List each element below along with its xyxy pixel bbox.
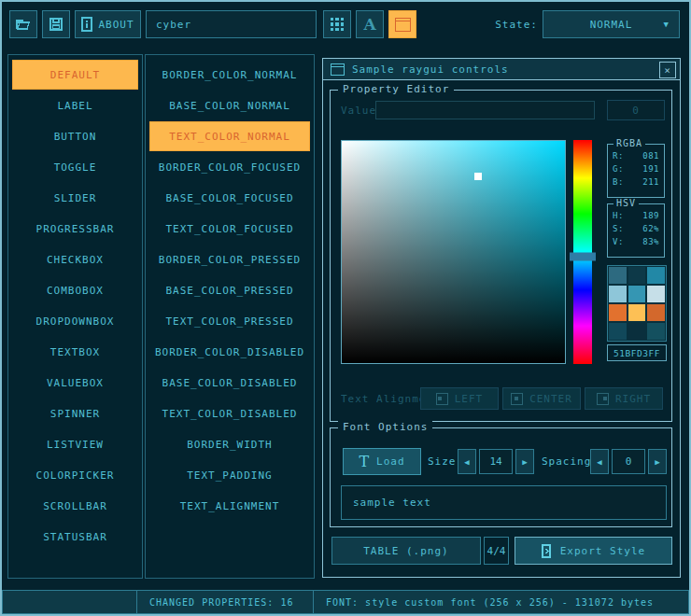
- list-item[interactable]: BORDER_WIDTH: [149, 429, 310, 459]
- color-swatch[interactable]: [647, 323, 665, 340]
- list-item[interactable]: TEXT_COLOR_FOCUSED: [149, 214, 310, 244]
- list-item[interactable]: TEXT_PADDING: [149, 460, 310, 490]
- spacing-value-box[interactable]: 0: [612, 449, 645, 474]
- list-item[interactable]: BORDER_COLOR_DISABLED: [149, 337, 310, 367]
- list-item[interactable]: PROGRESSBAR: [12, 214, 138, 244]
- open-style-button[interactable]: [9, 10, 37, 38]
- rgba-panel: RGBA R:081 G:191 B:211: [607, 144, 665, 198]
- list-item[interactable]: BORDER_COLOR_PRESSED: [149, 245, 310, 274]
- list-item[interactable]: SLIDER: [12, 183, 138, 213]
- list-item[interactable]: BASE_COLOR_PRESSED: [149, 275, 310, 305]
- rgba-label: RGBA: [613, 138, 645, 148]
- align-right-button[interactable]: RIGHT: [585, 387, 663, 410]
- font-load-button[interactable]: T Load: [343, 448, 421, 475]
- red-value: 081: [642, 151, 659, 161]
- list-item[interactable]: TEXT_COLOR_PRESSED: [149, 306, 310, 336]
- list-item[interactable]: BASE_COLOR_FOCUSED: [149, 183, 310, 213]
- sample-text-input[interactable]: sample text: [341, 485, 667, 520]
- statusbar-font-info: FONT: style custom font (256 x 256) - 13…: [313, 590, 689, 614]
- chevron-down-icon: ▼: [664, 20, 670, 29]
- list-item[interactable]: STATUSBAR: [12, 522, 138, 552]
- value-spinner-button[interactable]: 0: [607, 100, 665, 120]
- list-item[interactable]: BORDER_COLOR_FOCUSED: [149, 152, 310, 182]
- list-item[interactable]: COLORPICKER: [12, 460, 138, 490]
- spacing-increase-button[interactable]: ▶: [648, 449, 667, 474]
- size-increase-button[interactable]: ▶: [515, 449, 534, 474]
- list-item[interactable]: VALUEBOX: [12, 368, 138, 398]
- export-file-icon: [542, 544, 554, 558]
- align-right-icon: [597, 393, 609, 405]
- style-table-button[interactable]: [323, 10, 351, 38]
- list-item[interactable]: BASE_COLOR_NORMAL: [149, 91, 310, 120]
- chevron-left-icon: ◀: [464, 457, 469, 467]
- color-swatch[interactable]: [628, 304, 646, 321]
- list-item[interactable]: TEXT_COLOR_NORMAL: [149, 121, 310, 151]
- color-saturation-value-panel[interactable]: [341, 140, 566, 364]
- style-name-input[interactable]: cyber: [146, 10, 317, 38]
- color-swatch[interactable]: [628, 286, 646, 302]
- align-center-button[interactable]: CENTER: [502, 387, 581, 410]
- list-item[interactable]: SPINNER: [12, 399, 138, 428]
- color-swatch[interactable]: [628, 323, 646, 340]
- table-export-format-button[interactable]: TABLE (.png): [331, 537, 481, 565]
- list-item[interactable]: CHECKBOX: [12, 245, 138, 274]
- list-item[interactable]: COMBOBOX: [12, 275, 138, 305]
- font-atlas-button[interactable]: A: [356, 10, 384, 38]
- size-decrease-button[interactable]: ◀: [458, 449, 476, 474]
- list-item[interactable]: LISTVIEW: [12, 429, 138, 459]
- list-item[interactable]: DROPDOWNBOX: [12, 306, 138, 336]
- chevron-right-icon: ▶: [655, 457, 659, 467]
- green-value: 191: [642, 164, 659, 174]
- saturation-value: 62%: [642, 224, 659, 233]
- text-alignment-label: Text Alignmen: [341, 387, 421, 410]
- font-icon: A: [363, 15, 375, 34]
- window-icon: [395, 18, 411, 32]
- color-picker-marker[interactable]: [474, 173, 482, 180]
- text-T-icon: T: [359, 453, 370, 470]
- value-input[interactable]: [375, 101, 595, 119]
- align-center-icon: [511, 393, 523, 405]
- about-button[interactable]: ABOUT: [75, 10, 141, 38]
- hue-bar[interactable]: [573, 140, 592, 364]
- color-swatch[interactable]: [609, 323, 627, 340]
- controls-list: DEFAULTLABELBUTTONTOGGLESLIDERPROGRESSBA…: [7, 54, 143, 579]
- window-title: Sample raygui controls: [352, 63, 509, 76]
- color-swatch[interactable]: [647, 304, 665, 321]
- color-swatch[interactable]: [609, 267, 627, 284]
- font-options-label: Font Options: [338, 421, 432, 433]
- color-swatch[interactable]: [609, 304, 627, 321]
- export-style-button[interactable]: Export Style: [515, 537, 672, 565]
- list-item[interactable]: TEXT_ALIGNMENT: [149, 491, 310, 521]
- color-swatch[interactable]: [647, 286, 665, 302]
- list-item[interactable]: TEXTBOX: [12, 337, 138, 367]
- controls-view-button[interactable]: [388, 10, 416, 38]
- list-item[interactable]: BASE_COLOR_DISABLED: [149, 368, 310, 398]
- size-value-box[interactable]: 14: [479, 449, 513, 474]
- list-item[interactable]: TOGGLE: [12, 152, 138, 182]
- close-icon: ×: [664, 64, 671, 77]
- list-item[interactable]: SCROLLBAR: [12, 491, 138, 521]
- spacing-decrease-button[interactable]: ◀: [590, 449, 609, 474]
- rguistyler-app: ABOUT cyber A State: NORMAL ▼ DEFAULTLAB…: [0, 0, 691, 616]
- hue-slider-handle[interactable]: [570, 252, 596, 260]
- color-swatch-grid: [607, 265, 667, 342]
- value-value: 83%: [642, 237, 659, 246]
- list-item[interactable]: DEFAULT: [12, 60, 138, 90]
- hex-color-input[interactable]: 51BFD3FF: [607, 344, 667, 361]
- color-swatch[interactable]: [609, 286, 627, 302]
- color-swatch[interactable]: [647, 267, 665, 284]
- list-item[interactable]: BORDER_COLOR_NORMAL: [149, 60, 310, 90]
- color-swatch[interactable]: [628, 267, 646, 284]
- list-item[interactable]: BUTTON: [12, 121, 138, 151]
- grid-icon: [331, 18, 344, 31]
- close-button[interactable]: ×: [659, 62, 676, 78]
- statusbar-changed-properties: CHANGED PROPERTIES: 16: [136, 590, 314, 614]
- list-item[interactable]: TEXT_COLOR_DISABLED: [149, 399, 310, 428]
- state-dropdown[interactable]: NORMAL ▼: [543, 10, 680, 38]
- align-left-button[interactable]: LEFT: [420, 387, 499, 410]
- about-label: ABOUT: [98, 19, 134, 31]
- save-style-button[interactable]: [42, 10, 70, 38]
- list-item[interactable]: LABEL: [12, 91, 138, 120]
- window-titlebar[interactable]: Sample raygui controls ×: [323, 59, 680, 80]
- property-editor-label: Property Editor: [338, 83, 454, 95]
